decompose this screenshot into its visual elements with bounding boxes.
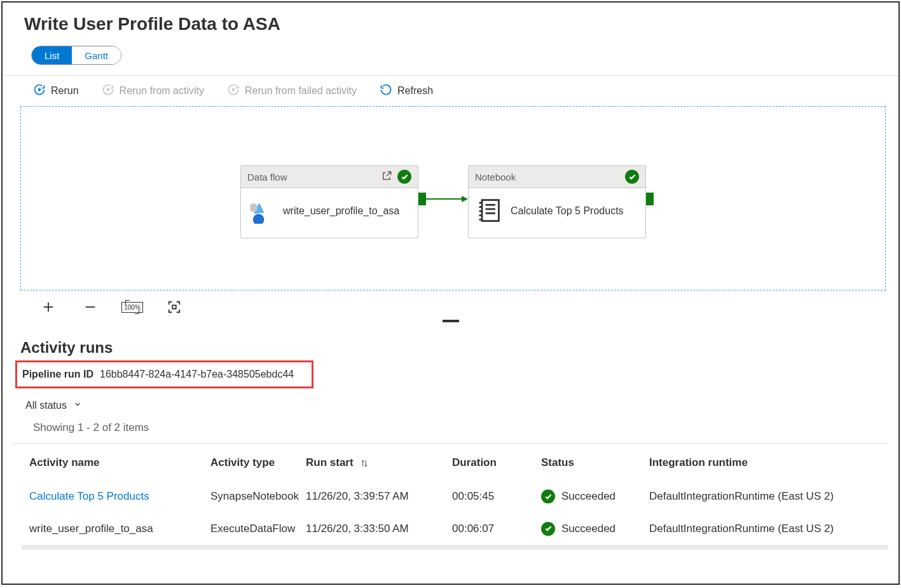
activity-runs-heading: Activity runs bbox=[3, 327, 898, 360]
pipeline-canvas[interactable]: Data flow write_user_profile_to_asa bbox=[20, 106, 886, 291]
cell-integration-runtime: DefaultIntegrationRuntime (East US 2) bbox=[643, 481, 888, 513]
activity-notebook[interactable]: Notebook Calculate Top 5 Products bbox=[468, 165, 646, 238]
refresh-icon bbox=[380, 83, 392, 99]
svg-rect-15 bbox=[172, 305, 176, 309]
dataflow-icon bbox=[247, 196, 275, 226]
cell-status: Succeeded bbox=[535, 481, 643, 513]
cell-run-start: 11/26/20, 3:33:50 AM bbox=[299, 513, 446, 545]
page-title: Write User Profile Data to ASA bbox=[3, 3, 898, 46]
pipeline-run-id-value: 16bb8447-824a-4147-b7ea-348505ebdc44 bbox=[100, 369, 294, 380]
col-activity-type[interactable]: Activity type bbox=[204, 444, 299, 481]
rerun-from-activity-button: Rerun from activity bbox=[102, 83, 204, 99]
view-list-button[interactable]: List bbox=[32, 46, 72, 64]
col-activity-name[interactable]: Activity name bbox=[23, 444, 204, 481]
cell-run-start: 11/26/20, 3:39:57 AM bbox=[299, 481, 446, 513]
rerun-icon bbox=[102, 83, 114, 99]
pipeline-run-id-label: Pipeline run ID bbox=[22, 369, 93, 380]
cell-duration: 00:06:07 bbox=[446, 513, 535, 545]
status-success-icon bbox=[625, 170, 639, 184]
col-run-start[interactable]: Run start bbox=[299, 444, 446, 481]
canvas-controls: 100% bbox=[3, 291, 898, 318]
zoom-reset-button[interactable]: 100% bbox=[125, 299, 140, 315]
rerun-from-failed-button: Rerun from failed activity bbox=[227, 83, 357, 99]
activity-runs-table: Activity name Activity type Run start Du… bbox=[23, 444, 888, 545]
activity-name: write_user_profile_to_asa bbox=[283, 204, 399, 218]
rerun-label: Rerun bbox=[51, 85, 79, 97]
rerun-from-failed-label: Rerun from failed activity bbox=[245, 85, 357, 97]
cell-duration: 00:05:45 bbox=[446, 481, 535, 513]
col-duration[interactable]: Duration bbox=[446, 444, 535, 481]
horizontal-scrollbar[interactable] bbox=[22, 545, 888, 550]
cell-status: Succeeded bbox=[535, 513, 643, 545]
activity-type-label: Data flow bbox=[247, 172, 287, 182]
table-row: Calculate Top 5 ProductsSynapseNotebook1… bbox=[23, 481, 888, 513]
rerun-icon bbox=[33, 83, 46, 99]
col-integration-runtime[interactable]: Integration runtime bbox=[643, 444, 888, 481]
toolbar: Rerun Rerun from activity Rerun from fai… bbox=[3, 76, 898, 106]
zoom-level-label: 100% bbox=[121, 302, 143, 313]
status-filter-label: All status bbox=[25, 400, 67, 411]
sort-icon bbox=[356, 456, 369, 468]
refresh-label: Refresh bbox=[397, 85, 433, 97]
rerun-button[interactable]: Rerun bbox=[33, 83, 79, 99]
table-header-row: Activity name Activity type Run start Du… bbox=[23, 444, 888, 481]
view-toggle: List Gantt bbox=[31, 46, 121, 65]
zoom-fit-button[interactable] bbox=[167, 299, 182, 315]
status-success-icon bbox=[397, 170, 411, 184]
zoom-in-button[interactable] bbox=[41, 299, 56, 315]
zoom-out-button[interactable] bbox=[83, 299, 98, 315]
svg-rect-3 bbox=[482, 200, 499, 221]
svg-marker-0 bbox=[38, 88, 41, 92]
svg-marker-1 bbox=[107, 88, 110, 92]
chevron-down-icon bbox=[73, 400, 82, 411]
cell-activity-type: SynapseNotebook bbox=[204, 481, 299, 513]
svg-marker-2 bbox=[232, 88, 235, 92]
cell-activity-name[interactable]: Calculate Top 5 Products bbox=[23, 481, 204, 513]
rerun-from-activity-label: Rerun from activity bbox=[120, 85, 204, 97]
showing-count: Showing 1 - 2 of 2 items bbox=[3, 415, 898, 441]
view-gantt-button[interactable]: Gantt bbox=[72, 46, 121, 64]
cell-activity-type: ExecuteDataFlow bbox=[204, 513, 299, 545]
activity-dataflow[interactable]: Data flow write_user_profile_to_asa bbox=[240, 165, 418, 238]
pipeline-run-id-row: Pipeline run ID 16bb8447-824a-4147-b7ea-… bbox=[15, 360, 313, 388]
notebook-icon bbox=[475, 196, 503, 226]
table-row: write_user_profile_to_asaExecuteDataFlow… bbox=[23, 513, 888, 545]
open-external-icon[interactable] bbox=[381, 170, 392, 184]
refresh-button[interactable]: Refresh bbox=[380, 83, 433, 99]
status-success-icon bbox=[541, 489, 555, 503]
col-status[interactable]: Status bbox=[535, 444, 643, 481]
cell-integration-runtime: DefaultIntegrationRuntime (East US 2) bbox=[643, 513, 888, 545]
activity-name: Calculate Top 5 Products bbox=[511, 204, 624, 218]
status-filter-dropdown[interactable]: All status bbox=[25, 400, 82, 411]
cell-activity-name: write_user_profile_to_asa bbox=[23, 513, 204, 545]
pane-resize-handle[interactable] bbox=[443, 320, 459, 322]
status-success-icon bbox=[541, 522, 555, 536]
rerun-icon bbox=[227, 83, 240, 99]
activity-type-label: Notebook bbox=[475, 172, 516, 182]
